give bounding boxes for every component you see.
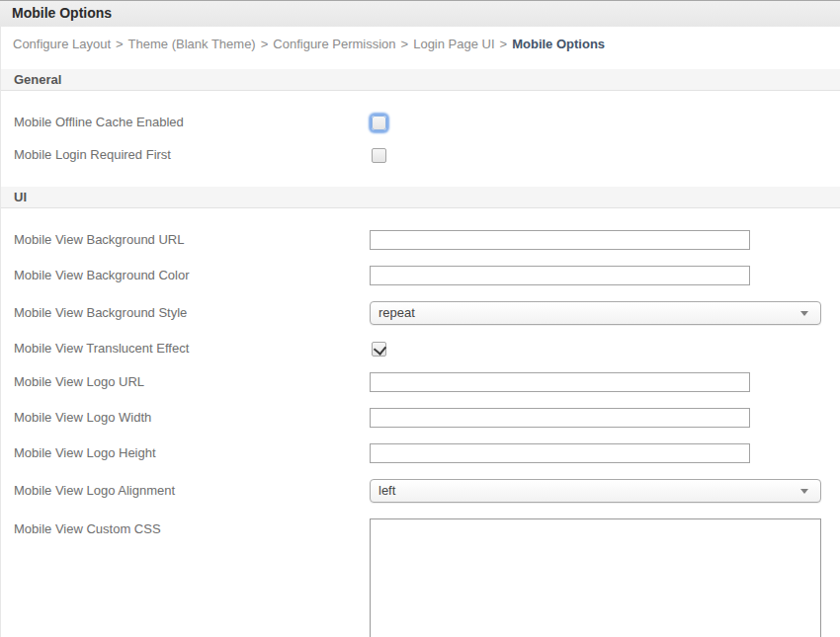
field-row-logo-height: Mobile View Logo Height [14, 443, 828, 463]
field-row-translucent-effect: Mobile View Translucent Effect [14, 341, 828, 357]
field-label: Mobile View Background Color [14, 268, 370, 283]
field-label: Mobile View Logo Alignment [14, 483, 370, 499]
section-ui: Mobile View Background URL Mobile View B… [1, 208, 840, 637]
mobile-view-background-url-input[interactable] [370, 230, 750, 250]
field-label: Mobile View Background URL [14, 232, 370, 248]
breadcrumb-separator: > [401, 37, 409, 51]
field-row-custom-css: Mobile View Custom CSS [14, 518, 828, 637]
mobile-login-required-first-checkbox[interactable] [372, 148, 386, 163]
section-general: Mobile Offline Cache Enabled Mobile Logi… [1, 91, 840, 187]
chevron-down-icon [800, 489, 808, 494]
content-area: Configure Layout>Theme (Blank Theme)>Con… [0, 27, 840, 637]
field-row-logo-width: Mobile View Logo Width [14, 408, 828, 428]
section-header-general: General [1, 69, 840, 91]
select-value: repeat [371, 302, 415, 324]
breadcrumb-link-configure-permission[interactable]: Configure Permission [273, 37, 395, 51]
mobile-view-logo-alignment-select[interactable]: left [370, 479, 821, 503]
field-row-logo-alignment: Mobile View Logo Alignment left [14, 479, 828, 503]
field-label: Mobile Offline Cache Enabled [14, 115, 370, 130]
mobile-view-translucent-effect-checkbox[interactable] [372, 342, 386, 357]
breadcrumb-separator: > [500, 37, 508, 51]
field-row-mobile-login-required-first: Mobile Login Required First [14, 147, 828, 163]
breadcrumb-separator: > [116, 37, 124, 51]
field-label: Mobile View Logo Height [14, 445, 370, 461]
field-label: Mobile Login Required First [14, 147, 370, 163]
field-row-background-style: Mobile View Background Style repeat [14, 301, 828, 325]
field-label: Mobile View Translucent Effect [14, 341, 370, 357]
mobile-view-logo-width-input[interactable] [370, 408, 750, 428]
field-label: Mobile View Logo Width [14, 410, 370, 426]
breadcrumb-link-theme-blank-theme[interactable]: Theme (Blank Theme) [128, 37, 256, 51]
field-row-background-url: Mobile View Background URL [14, 230, 828, 250]
field-label: Mobile View Custom CSS [14, 521, 370, 537]
mobile-view-custom-css-textarea[interactable] [370, 518, 821, 637]
select-value: left [371, 480, 395, 502]
breadcrumb: Configure Layout>Theme (Blank Theme)>Con… [1, 27, 840, 69]
breadcrumb-link-configure-layout[interactable]: Configure Layout [13, 37, 111, 51]
mobile-view-logo-url-input[interactable] [370, 372, 750, 392]
field-row-mobile-offline-cache-enabled: Mobile Offline Cache Enabled [14, 115, 828, 130]
mobile-view-background-style-select[interactable]: repeat [370, 301, 821, 325]
field-row-logo-url: Mobile View Logo URL [14, 372, 828, 392]
section-header-ui: UI [1, 187, 840, 208]
breadcrumb-separator: > [261, 37, 269, 51]
page-title: Mobile Options [12, 5, 112, 21]
field-label: Mobile View Logo URL [14, 374, 370, 390]
mobile-view-logo-height-input[interactable] [370, 443, 750, 463]
mobile-view-background-color-input[interactable] [370, 266, 750, 285]
field-label: Mobile View Background Style [14, 305, 370, 321]
field-row-background-color: Mobile View Background Color [14, 266, 828, 285]
breadcrumb-current-mobile-options: Mobile Options [512, 37, 605, 51]
page-title-bar: Mobile Options [0, 0, 840, 27]
mobile-offline-cache-enabled-checkbox[interactable] [372, 116, 386, 130]
breadcrumb-link-login-page-ui[interactable]: Login Page UI [413, 37, 494, 51]
chevron-down-icon [800, 311, 808, 316]
mobile-options-page: Mobile Options Configure Layout>Theme (B… [0, 0, 840, 637]
